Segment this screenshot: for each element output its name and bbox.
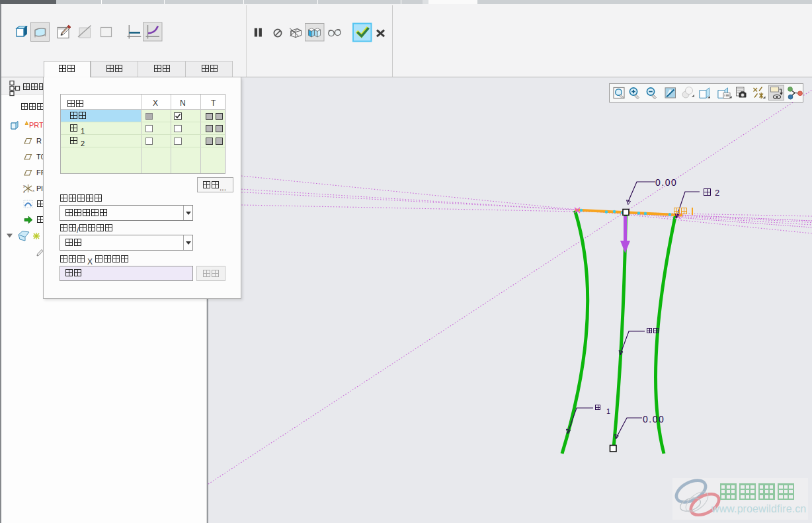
svg-text:x: x <box>32 188 34 192</box>
svg-text:y: y <box>23 184 25 188</box>
svg-text:z: z <box>23 190 25 194</box>
